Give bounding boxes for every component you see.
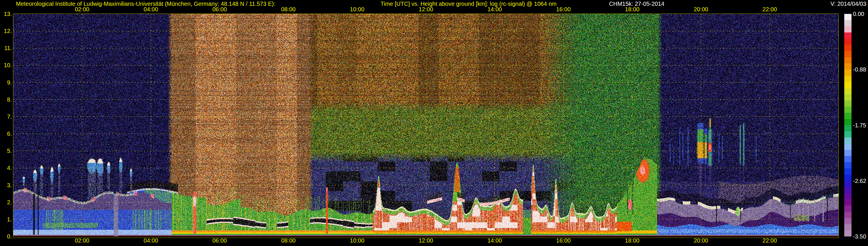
x-axis-tick-top: 04:00 (139, 6, 162, 12)
colorbar-tick: -0.88 (853, 66, 868, 73)
x-axis-tick-bottom: 06:00 (208, 237, 231, 244)
x-axis-tick-top: 12:00 (414, 6, 437, 12)
ceilometer-quicklook-screen: Meteorological Institute of Ludwig-Maxim… (0, 0, 868, 246)
plot-frame (13, 13, 839, 238)
x-axis-tick-top: 16:00 (552, 6, 575, 12)
colorbar-tick: -1.75 (853, 122, 868, 128)
x-axis-tick-bottom: 02:00 (71, 237, 94, 244)
x-axis-tick-top: 20:00 (689, 6, 713, 12)
backscatter-heatmap-canvas (13, 14, 838, 237)
y-axis-tick: 0. (0, 233, 12, 240)
y-axis-tick: 4. (0, 165, 12, 171)
x-axis-tick-bottom: 22:00 (758, 237, 781, 244)
y-axis-tick: 2. (0, 199, 12, 206)
x-axis-tick-top: 08:00 (277, 6, 300, 12)
y-axis-tick: 7. (0, 114, 12, 120)
y-axis-tick: 12. (0, 28, 12, 34)
x-axis-tick-bottom: 04:00 (139, 237, 162, 244)
y-axis-tick: 10. (0, 62, 12, 68)
x-axis-tick-top: 14:00 (483, 6, 506, 12)
y-axis-tick: 9. (0, 79, 12, 86)
y-axis-tick: 8. (0, 96, 12, 103)
x-axis-tick-bottom: 16:00 (552, 237, 575, 244)
x-axis-tick-bottom: 08:00 (277, 237, 300, 244)
x-axis-tick-bottom: 18:00 (621, 237, 644, 244)
x-axis-tick-top: 22:00 (758, 6, 781, 12)
y-axis-tick: 5. (0, 148, 12, 154)
x-axis-tick-bottom: 14:00 (483, 237, 506, 244)
y-axis-tick: 13. (0, 11, 12, 17)
colorbar-tick: 0.00 (853, 11, 868, 17)
x-axis-tick-top: 18:00 (621, 6, 644, 12)
plot-title: Time [UTC] vs. Height above ground [km]:… (380, 1, 557, 7)
colorbar (844, 14, 851, 237)
x-axis-tick-top: 10:00 (345, 6, 369, 12)
y-axis-tick: 3. (0, 182, 12, 188)
version-label: V: 2014/04/03 (830, 1, 866, 7)
y-axis-tick: 6. (0, 130, 12, 137)
x-axis-tick-top: 02:00 (71, 6, 94, 12)
colorbar-tick: -2.62 (853, 178, 868, 184)
colorbar-tick: -3.50 (853, 233, 868, 240)
y-axis-tick: 1. (0, 216, 12, 222)
x-axis-tick-bottom: 12:00 (414, 237, 437, 244)
x-axis-tick-bottom: 10:00 (345, 237, 369, 244)
x-axis-tick-bottom: 20:00 (689, 237, 713, 244)
y-axis-tick: 11. (0, 45, 12, 51)
x-axis-tick-top: 06:00 (208, 6, 231, 12)
